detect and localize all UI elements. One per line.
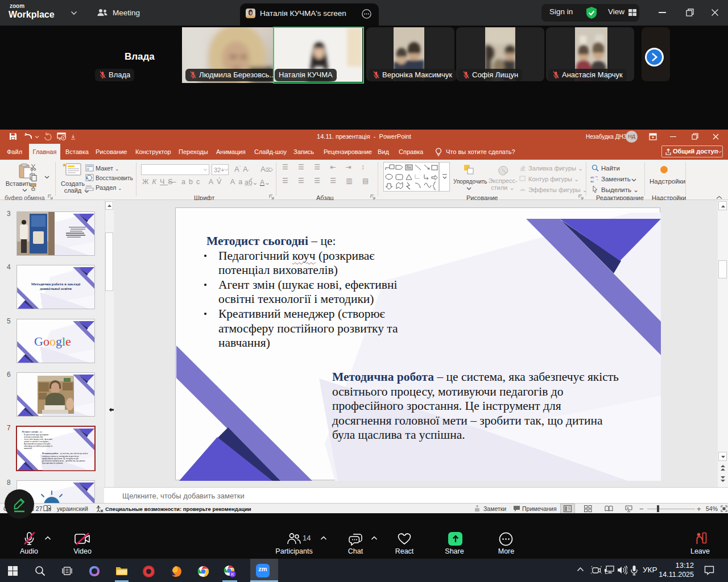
svg-text:дошкільної освіти: дошкільної освіти (40, 286, 72, 290)
svg-text:ab: ab (590, 176, 594, 179)
svg-text:ac: ac (590, 180, 594, 183)
svg-text:K: K (231, 572, 234, 577)
svg-text:Google: Google (34, 334, 71, 348)
svg-text:Методична робота в закладі: Методична робота в закладі (31, 282, 80, 286)
